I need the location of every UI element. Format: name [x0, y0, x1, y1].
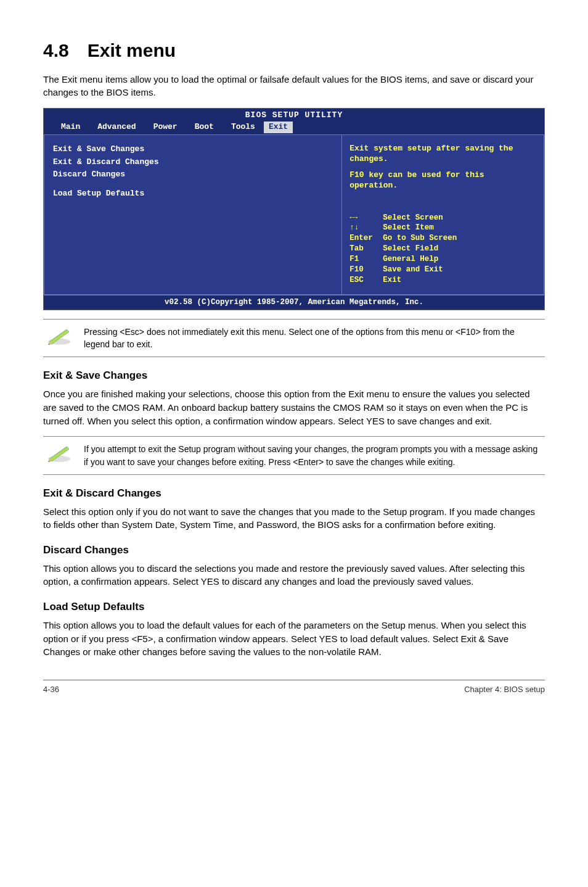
key-row: F1General Help [349, 254, 536, 265]
menu-item-load-defaults[interactable]: Load Setup Defaults [53, 188, 333, 200]
key-f10: F10 [349, 265, 383, 275]
tab-main[interactable]: Main [52, 122, 89, 133]
tab-boot[interactable]: Boot [186, 122, 223, 133]
bios-copyright: v02.58 (C)Copyright 1985-2007, American … [44, 295, 544, 310]
note-block: Pressing <Esc> does not immediately exit… [43, 319, 545, 358]
key-row: ↑↓Select Item [349, 223, 536, 233]
key-f1: F1 [349, 254, 383, 265]
help-line-1: Exit system setup after saving the chang… [349, 144, 536, 165]
section-number: 4.8 [43, 37, 69, 64]
menu-item-discard[interactable]: Discard Changes [53, 169, 333, 181]
key-desc: Go to Sub Screen [383, 233, 457, 244]
key-enter: Enter [349, 233, 383, 244]
key-desc: Select Field [383, 244, 438, 254]
help-block: Exit system setup after saving the chang… [349, 144, 536, 192]
key-desc: Save and Exit [383, 265, 443, 275]
page-footer: 4-36 Chapter 4: BIOS setup [43, 680, 545, 696]
bios-tabbar: Main Advanced Power Boot Tools Exit [44, 122, 544, 134]
subheading-exit-discard: Exit & Discard Changes [43, 486, 545, 501]
key-arrows-ud-icon: ↑↓ [349, 223, 383, 233]
bios-title: BIOS SETUP UTILITY [44, 109, 544, 122]
paragraph-exit-save: Once you are finished making your select… [43, 387, 545, 427]
subheading-exit-save: Exit & Save Changes [43, 368, 545, 384]
paragraph-exit-discard: Select this option only if you do not wa… [43, 505, 545, 532]
page-number: 4-36 [43, 684, 59, 696]
key-desc: Select Screen [383, 213, 443, 223]
bios-window: BIOS SETUP UTILITY Main Advanced Power B… [43, 108, 545, 310]
section-heading: 4.8Exit menu [43, 37, 545, 64]
pencil-icon [46, 443, 73, 463]
tab-advanced[interactable]: Advanced [89, 122, 144, 133]
menu-item-exit-discard[interactable]: Exit & Discard Changes [53, 157, 333, 168]
chapter-label: Chapter 4: BIOS setup [464, 684, 545, 696]
section-title: Exit menu [88, 40, 176, 60]
key-legend: ←→Select Screen ↑↓Select Item EnterGo to… [349, 213, 536, 286]
key-row: EnterGo to Sub Screen [349, 233, 536, 244]
paragraph-load-defaults: This option allows you to load the defau… [43, 619, 545, 659]
key-row: F10Save and Exit [349, 265, 536, 275]
intro-paragraph: The Exit menu items allow you to load th… [43, 73, 545, 100]
key-row: TabSelect Field [349, 244, 536, 254]
note-text: If you attempt to exit the Setup program… [84, 443, 542, 468]
key-esc: ESC [349, 275, 383, 286]
tab-power[interactable]: Power [145, 122, 186, 133]
bios-right-panel: Exit system setup after saving the chang… [341, 134, 544, 295]
tab-tools[interactable]: Tools [223, 122, 264, 133]
note-text: Pressing <Esc> does not immediately exit… [84, 326, 542, 351]
key-desc: Exit [383, 275, 401, 286]
bios-body: Exit & Save Changes Exit & Discard Chang… [44, 134, 544, 295]
bios-left-panel: Exit & Save Changes Exit & Discard Chang… [44, 134, 341, 295]
tab-exit[interactable]: Exit [264, 122, 293, 133]
key-desc: Select Item [383, 223, 434, 233]
key-desc: General Help [383, 254, 438, 265]
menu-spacer [53, 182, 333, 188]
menu-item-exit-save[interactable]: Exit & Save Changes [53, 144, 333, 155]
paragraph-discard: This option allows you to discard the se… [43, 562, 545, 589]
note-block: If you attempt to exit the Setup program… [43, 436, 545, 475]
key-arrows-lr-icon: ←→ [349, 213, 383, 223]
help-spacer [349, 164, 536, 170]
help-line-2: F10 key can be used for this operation. [349, 170, 536, 191]
key-tab: Tab [349, 244, 383, 254]
pencil-icon [46, 326, 73, 345]
subheading-load-defaults: Load Setup Defaults [43, 600, 545, 615]
key-row: ←→Select Screen [349, 213, 536, 223]
key-row: ESCExit [349, 275, 536, 286]
subheading-discard: Discard Changes [43, 543, 545, 558]
